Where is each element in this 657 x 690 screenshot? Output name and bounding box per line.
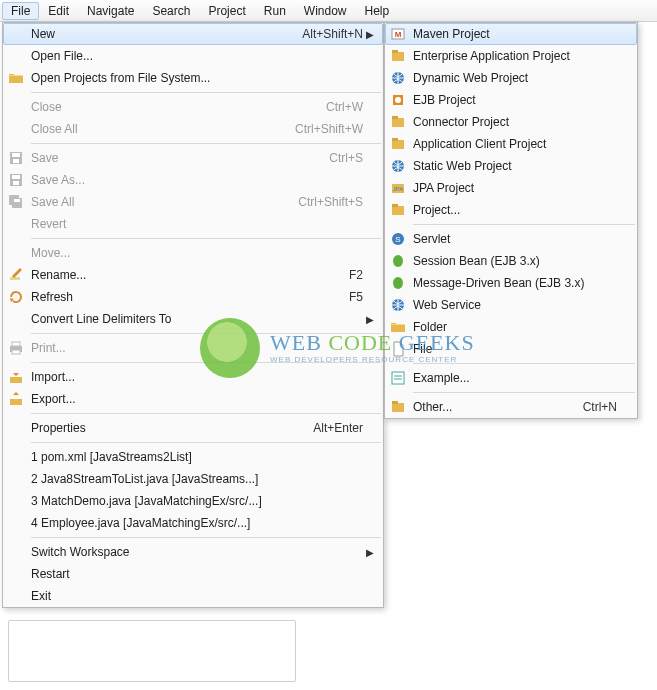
svg-rect-14: [10, 399, 22, 405]
file-menu-item-print[interactable]: Print...: [3, 337, 383, 359]
print-icon: [5, 340, 27, 356]
file-menu-item-save-as[interactable]: Save As...: [3, 169, 383, 191]
new-menu-item-example[interactable]: Example...: [385, 367, 637, 389]
svg-rect-2: [13, 159, 19, 163]
new-menu-item-project[interactable]: Project...: [385, 199, 637, 221]
menu-separator: [31, 362, 381, 363]
menu-item-label: 4 Employee.java [JavaMatchingEx/src/...]: [27, 516, 363, 530]
menu-item-accelerator: F2: [341, 268, 363, 282]
menu-item-label: Rename...: [27, 268, 341, 282]
menu-item-label: Close: [27, 100, 318, 114]
menu-item-label: Move...: [27, 246, 363, 260]
project-generic-icon: [387, 202, 409, 218]
menu-item-label: Project...: [409, 203, 617, 217]
file-menu-item-rename[interactable]: Rename...F2: [3, 264, 383, 286]
menu-item-label: Example...: [409, 371, 617, 385]
file-menu-item-close-all[interactable]: Close AllCtrl+Shift+W: [3, 118, 383, 140]
menubar-item-help[interactable]: Help: [356, 2, 399, 20]
menu-item-accelerator: Ctrl+Shift+S: [290, 195, 363, 209]
file-menu-item-open-projects-from-file-system[interactable]: Open Projects from File System...: [3, 67, 383, 89]
rename-icon: [5, 267, 27, 283]
file-menu-item-convert-line-delimiters-to[interactable]: Convert Line Delimiters To▶: [3, 308, 383, 330]
file-menu-item-refresh[interactable]: RefreshF5: [3, 286, 383, 308]
new-menu-item-enterprise-application-project[interactable]: Enterprise Application Project: [385, 45, 637, 67]
menubar: FileEditNavigateSearchProjectRunWindowHe…: [0, 0, 657, 22]
svg-rect-1: [12, 153, 20, 157]
file-menu-item-open-file[interactable]: Open File...: [3, 45, 383, 67]
new-menu-item-application-client-project[interactable]: Application Client Project: [385, 133, 637, 155]
file-menu-item-properties[interactable]: PropertiesAlt+Enter: [3, 417, 383, 439]
file-menu-item-switch-workspace[interactable]: Switch Workspace▶: [3, 541, 383, 563]
file-menu-item-4-employee-java-javamatchingex-src[interactable]: 4 Employee.java [JavaMatchingEx/src/...]: [3, 512, 383, 534]
menubar-item-file[interactable]: File: [2, 2, 39, 20]
menu-item-label: Restart: [27, 567, 363, 581]
import-icon: [5, 369, 27, 385]
file-menu-item-save[interactable]: SaveCtrl+S: [3, 147, 383, 169]
folder-icon: [387, 319, 409, 335]
menu-item-accelerator: Ctrl+N: [575, 400, 617, 414]
menu-item-label: EJB Project: [409, 93, 617, 107]
project-icon: [387, 48, 409, 64]
menubar-item-edit[interactable]: Edit: [39, 2, 78, 20]
file-menu-item-restart[interactable]: Restart: [3, 563, 383, 585]
svg-point-33: [393, 255, 403, 267]
blank-icon: [5, 420, 27, 436]
blank-icon: [5, 588, 27, 604]
new-menu-item-connector-project[interactable]: Connector Project: [385, 111, 637, 133]
menu-item-label: Dynamic Web Project: [409, 71, 617, 85]
file-menu-item-exit[interactable]: Exit: [3, 585, 383, 607]
blank-icon: [5, 48, 27, 64]
new-menu-item-maven-project[interactable]: MMaven Project: [385, 23, 637, 45]
svg-rect-38: [392, 401, 398, 404]
menu-item-label: Message-Driven Bean (EJB 3.x): [409, 276, 617, 290]
new-menu-item-other[interactable]: Other...Ctrl+N: [385, 396, 637, 418]
new-submenu: MMaven ProjectEnterprise Application Pro…: [384, 22, 638, 419]
menu-item-label: Connector Project: [409, 115, 617, 129]
menu-item-label: Properties: [27, 421, 305, 435]
file-menu-item-save-all[interactable]: Save AllCtrl+Shift+S: [3, 191, 383, 213]
new-menu-item-jpa-project[interactable]: JPAJPA Project: [385, 177, 637, 199]
menu-separator: [31, 442, 381, 443]
svg-rect-5: [13, 181, 19, 185]
file-menu-item-close[interactable]: CloseCtrl+W: [3, 96, 383, 118]
file-menu-item-move[interactable]: Move...: [3, 242, 383, 264]
jpa-icon: JPA: [387, 180, 409, 196]
new-menu-item-dynamic-web-project[interactable]: Dynamic Web Project: [385, 67, 637, 89]
menu-item-accelerator: F5: [341, 290, 363, 304]
menu-separator: [413, 363, 635, 364]
new-menu-item-file[interactable]: File: [385, 338, 637, 360]
new-menu-item-message-driven-bean-ejb-3-x[interactable]: Message-Driven Bean (EJB 3.x): [385, 272, 637, 294]
bean-icon: [387, 275, 409, 291]
svg-rect-36: [392, 372, 404, 384]
menubar-item-navigate[interactable]: Navigate: [78, 2, 143, 20]
file-menu-item-export[interactable]: Export...: [3, 388, 383, 410]
new-menu-item-folder[interactable]: Folder: [385, 316, 637, 338]
menubar-item-project[interactable]: Project: [199, 2, 254, 20]
file-menu-item-new[interactable]: NewAlt+Shift+N▶: [3, 23, 383, 45]
blank-icon: [5, 566, 27, 582]
menu-item-label: Close All: [27, 122, 287, 136]
svg-rect-29: [392, 206, 404, 215]
file-menu-item-revert[interactable]: Revert: [3, 213, 383, 235]
file-menu-item-2-java8streamtolist-java-javastreams[interactable]: 2 Java8StreamToList.java [JavaStreams...…: [3, 468, 383, 490]
svg-text:M: M: [395, 30, 402, 39]
menu-item-label: Save: [27, 151, 321, 165]
blank-icon: [5, 121, 27, 137]
new-menu-item-session-bean-ejb-3-x[interactable]: Session Bean (EJB 3.x): [385, 250, 637, 272]
blank-icon: [5, 515, 27, 531]
new-menu-item-servlet[interactable]: SServlet: [385, 228, 637, 250]
file-menu-item-3-matchdemo-java-javamatchingex-src[interactable]: 3 MatchDemo.java [JavaMatchingEx/src/...…: [3, 490, 383, 512]
file-menu-item-1-pom-xml-javastreams2list[interactable]: 1 pom.xml [JavaStreams2List]: [3, 446, 383, 468]
menubar-item-window[interactable]: Window: [295, 2, 356, 20]
svg-rect-13: [10, 377, 22, 383]
menu-separator: [413, 224, 635, 225]
menubar-item-search[interactable]: Search: [143, 2, 199, 20]
blank-icon: [5, 471, 27, 487]
new-menu-item-web-service[interactable]: Web Service: [385, 294, 637, 316]
menubar-item-run[interactable]: Run: [255, 2, 295, 20]
new-menu-item-static-web-project[interactable]: Static Web Project: [385, 155, 637, 177]
svg-rect-30: [392, 204, 398, 207]
file-menu-item-import[interactable]: Import...: [3, 366, 383, 388]
svg-rect-22: [392, 118, 404, 127]
new-menu-item-ejb-project[interactable]: EJB Project: [385, 89, 637, 111]
